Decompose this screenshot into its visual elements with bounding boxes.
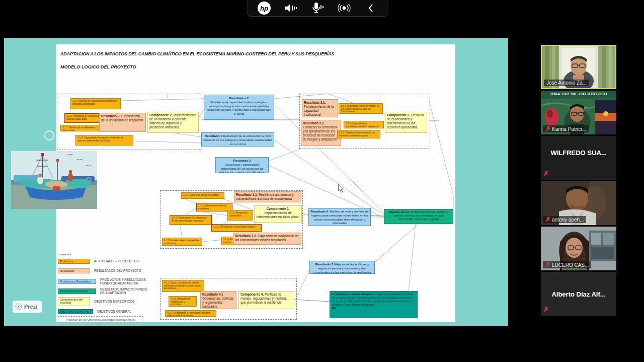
fin-label: FIN <box>332 307 336 310</box>
producto-4-1-3: 4.1.3. Negociación de un reglamento para… <box>165 310 216 317</box>
resultado-6-box: Resultado 6. Medios de vida y fuentes de… <box>308 208 371 226</box>
collapse-toolbar-button[interactable] <box>360 1 382 16</box>
resultado-1-1-box: Resultado 1.1. Resiliencia aumentada y v… <box>234 191 301 202</box>
legend-swatch-resultados: Resultados <box>58 268 90 273</box>
participant-tile-karina[interactable]: GESTIÓN DEL MEDIO AMB Karina Patrici... <box>541 91 616 134</box>
fishing-boats-photo <box>11 151 97 209</box>
prezi-label: Prezi <box>24 304 37 310</box>
muted-mic-icon <box>545 262 550 268</box>
participant-name: José Antonio Za... <box>544 80 589 86</box>
producto-1-2-1: 1.2.1. Capacidades de adaptación de las … <box>170 215 212 225</box>
shared-screen: ADAPTACION A LOS IMPACTOS DEL CAMBIO CLI… <box>4 38 508 326</box>
muted-mic-icon <box>543 307 548 313</box>
muted-mic-icon <box>545 216 550 223</box>
resultado-3-1-box: Resultado 3.1. Fortalecimiento de la cap… <box>302 99 338 117</box>
microphone-icon <box>310 2 325 14</box>
audio-toolbar: hp <box>248 0 387 17</box>
resultado-3-2-box: Resultado 3.2. Fortalecer la conciencia … <box>301 120 341 146</box>
producto-3-1-1: 3.1.1. Desarrollo e implementación de un… <box>339 103 383 114</box>
resultado-1-box: Resultado 1 Reducción de la exposición a… <box>201 132 274 147</box>
impacto-fa-box: Impacto del FA. Resiliencia a la variabi… <box>384 209 453 224</box>
participant-name: Alberto Díaz Alf... <box>541 291 616 298</box>
record-button[interactable] <box>333 1 355 16</box>
muted-mic-icon <box>543 171 548 177</box>
producto-1-1-3: 1.1.3. Pesquerías sostenibles <box>227 210 253 221</box>
participant-name: antony apeñ... <box>543 216 586 223</box>
resultado-3-box: Resultado 3 Conciencia y apropiación for… <box>215 157 269 173</box>
participant-tile-alberto[interactable]: Alberto Díaz Alf... <box>541 272 616 316</box>
componente-1-box: Componente 1. Implementación de interven… <box>254 205 302 223</box>
componente-2-box: Componente 2. Implementación de un moder… <box>147 112 199 133</box>
resultado-1-2-box: Resultado 1.2. Capacidad de adaptación d… <box>233 233 301 245</box>
participant-tile-lucero[interactable]: LUCERO CAS... <box>541 227 616 270</box>
legend-title: Leyenda <box>59 253 71 256</box>
legend-swatch-productos: Productos <box>58 259 90 264</box>
resultado-4-1-box: Resultado 4.1 Gobernanza, políticas y re… <box>200 291 236 309</box>
producto-1-1-1: 1.1.1. Manejo de áreas protegidas <box>181 192 224 199</box>
speaker-icon <box>284 3 298 14</box>
prezi-spiral-icon <box>15 303 22 310</box>
hp-logo: hp <box>253 1 275 16</box>
resultado-2-1-box: Resultado 2.1. Incremento de la capacida… <box>99 113 146 132</box>
record-icon <box>337 2 351 14</box>
producto-3-2-2: 3.2.2. Diseño e implementación de sistem… <box>337 130 380 138</box>
resultados-2-box: Resultados 2 Fortalecer la capacidad ins… <box>204 95 274 120</box>
hp-logo-icon: hp <box>258 2 271 15</box>
prezi-logo[interactable]: Prezi <box>13 301 42 313</box>
participant-tile-jose[interactable]: José Antonio Za... <box>541 45 616 89</box>
legend-footer: Procesos de los Objetivos Específicos (c… <box>58 316 143 323</box>
legend-swatch-resultado-impacto: Resultado de impacto <box>58 288 96 294</box>
producto-1-2-3: 1.2.3. Fortalecimiento de medidas produc… <box>162 238 202 246</box>
producto-2-1-4: 2.1.4. Capacidades humanas y desarrollo … <box>75 135 133 146</box>
presentation-canvas: ADAPTACION A LOS IMPACTOS DEL CAMBIO CLI… <box>56 44 455 322</box>
cursor-halo <box>44 130 54 140</box>
chevron-left-icon <box>367 4 374 13</box>
producto-4-1-2: 4.1.2. Desarrollo de reglamentos y proto… <box>169 296 197 307</box>
participant-tile-wilfredo[interactable]: WILFREDO SUA... <box>541 136 616 180</box>
componente-3-box: Componente 3. Creación de capacidades y … <box>385 112 427 133</box>
mirrored-banner-text: GESTIÓN DEL MEDIO AMB <box>541 92 616 96</box>
speaker-button[interactable] <box>280 1 302 16</box>
muted-mic-icon <box>545 126 550 132</box>
objetivo-general-box: El objetivo general del Proyecto es apoy… <box>330 291 418 318</box>
legend-swatch-componentes: Componentes del proyecto <box>58 297 90 306</box>
legend-swatch-objetivo-general: OBJETIVO GENERAL <box>58 309 93 314</box>
producto-1-2-2: 1.2.2. Mercados de comunidades locales <box>211 224 262 232</box>
legend-swatch-productos-resultados: Productos y Resultados <box>58 279 96 284</box>
producto-3-2-1: 3.2.1. Capacitación y sensibilización de… <box>344 121 384 128</box>
participant-name: WILFREDO SUA... <box>541 149 616 157</box>
participant-name: LUCERO CAS... <box>543 261 591 268</box>
participant-tile-antony[interactable]: antony apeñ... <box>541 181 616 225</box>
producto-2-1-1: 2.1.1. Sistema de vigilancia oceanográfi… <box>70 98 121 109</box>
producto-4-1-1: 4.1.1. Apoyo con grupo de trabajo interi… <box>162 280 204 292</box>
microphone-button[interactable] <box>306 1 329 16</box>
resultado-7-box: Resultado 7 Mejoras de las políticas y r… <box>309 261 375 274</box>
componente-4-box: Componente 4. Políticas de manejo, regul… <box>238 291 294 309</box>
participant-name: Karina Patrici... <box>543 125 589 132</box>
